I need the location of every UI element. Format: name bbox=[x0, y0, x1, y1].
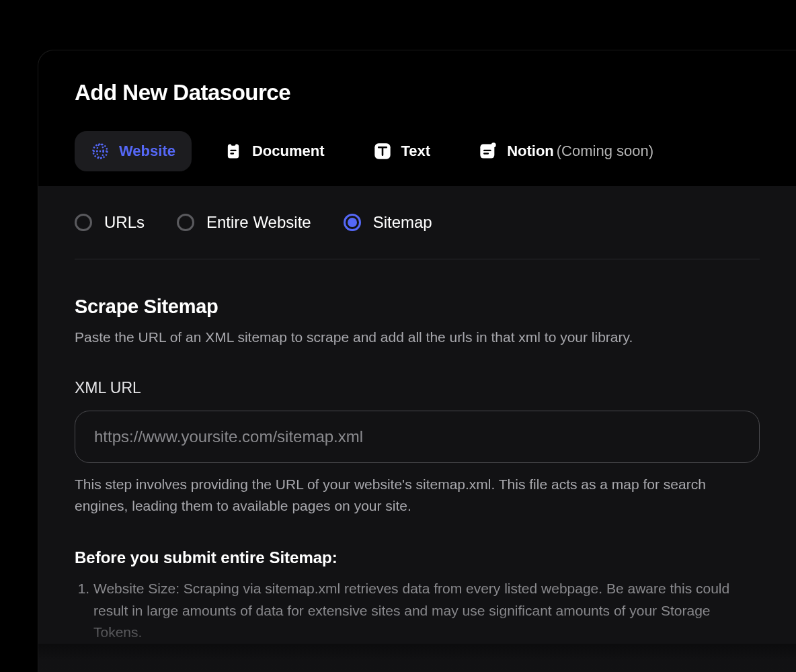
tab-text[interactable]: Text bbox=[357, 131, 447, 171]
tab-document[interactable]: Document bbox=[208, 131, 341, 171]
tab-label: Text bbox=[401, 142, 431, 160]
svg-rect-11 bbox=[483, 153, 489, 154]
modal-title: Add New Datasource bbox=[75, 80, 760, 106]
tab-label: Notion bbox=[507, 142, 554, 160]
tab-website[interactable]: Website bbox=[75, 131, 192, 171]
svg-rect-10 bbox=[483, 150, 491, 151]
field-help-text: This step involves providing the URL of … bbox=[75, 474, 760, 516]
warning-title: Before you submit entire Sitemap: bbox=[75, 548, 760, 567]
warning-item: Website Size: Scraping via sitemap.xml r… bbox=[93, 578, 760, 644]
clipboard-icon bbox=[224, 142, 243, 161]
svg-rect-6 bbox=[230, 153, 234, 154]
globe-icon bbox=[91, 142, 110, 161]
datasource-type-tabs: Website Document Text bbox=[38, 106, 796, 171]
radio-sitemap[interactable]: Sitemap bbox=[344, 213, 432, 232]
scrape-sitemap-section: Scrape Sitemap Paste the URL of an XML s… bbox=[75, 296, 760, 347]
notion-icon bbox=[479, 142, 497, 161]
text-icon bbox=[373, 142, 392, 161]
svg-rect-5 bbox=[230, 150, 236, 151]
radio-circle-icon bbox=[177, 214, 194, 231]
tab-notion[interactable]: Notion (Coming soon) bbox=[463, 131, 670, 171]
field-label: XML URL bbox=[75, 379, 141, 396]
xml-url-field: XML URL This step involves providing the… bbox=[75, 379, 760, 516]
section-description: Paste the URL of an XML sitemap to scrap… bbox=[75, 327, 760, 347]
svg-point-9 bbox=[491, 142, 496, 147]
modal-header: Add New Datasource bbox=[38, 50, 796, 106]
section-title: Scrape Sitemap bbox=[75, 296, 760, 318]
radio-label: Sitemap bbox=[373, 213, 432, 232]
tab-label: Document bbox=[252, 142, 325, 160]
xml-url-input[interactable] bbox=[75, 411, 760, 463]
radio-circle-icon bbox=[344, 214, 361, 231]
add-datasource-modal: Add New Datasource Website bbox=[38, 50, 796, 672]
radio-entire-website[interactable]: Entire Website bbox=[177, 213, 311, 232]
radio-circle-icon bbox=[75, 214, 92, 231]
svg-rect-4 bbox=[231, 142, 235, 146]
tab-suffix: (Coming soon) bbox=[557, 142, 653, 160]
radio-label: URLs bbox=[104, 213, 145, 232]
warning-list: Website Size: Scraping via sitemap.xml r… bbox=[75, 578, 760, 644]
radio-urls[interactable]: URLs bbox=[75, 213, 145, 232]
content-area: URLs Entire Website Sitemap Scrape Sitem… bbox=[38, 186, 796, 644]
radio-label: Entire Website bbox=[206, 213, 311, 232]
warning-section: Before you submit entire Sitemap: Websit… bbox=[75, 548, 760, 644]
tab-label: Website bbox=[119, 142, 175, 160]
scrape-mode-radios: URLs Entire Website Sitemap bbox=[75, 213, 760, 259]
